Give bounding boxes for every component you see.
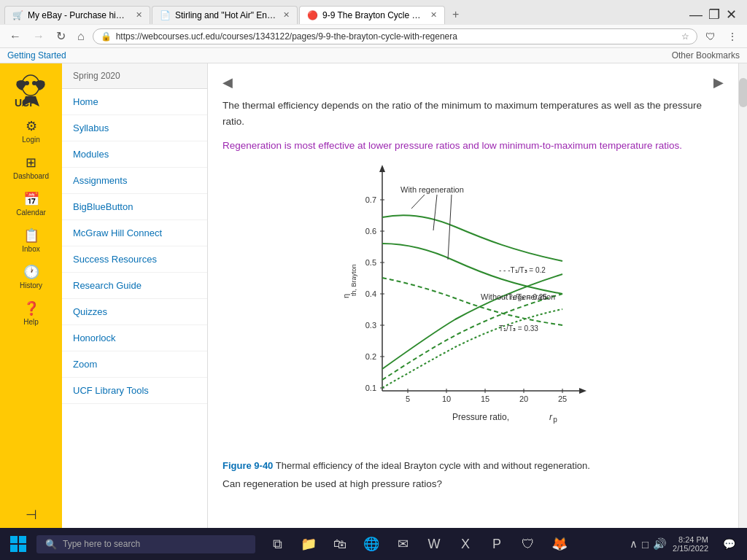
brayton-chart: 0.7 0.6 0.5 0.4 0.3 0.2 0.1 5 10 15 [338,165,608,449]
svg-text:0.3: 0.3 [365,321,376,330]
scrollbar[interactable] [738,63,747,536]
svg-point-1 [25,81,29,85]
sidebar-item-dashboard[interactable]: ⊞ Dashboard [0,151,62,184]
course-nav-mcgrawhill[interactable]: McGraw Hill Connect [62,220,207,246]
svg-marker-7 [379,165,385,172]
start-button[interactable] [4,529,33,559]
taskbar-ppt[interactable]: P [482,529,511,559]
course-nav-modules[interactable]: Modules [62,141,207,168]
sidebar-item-history[interactable]: 🕐 History [0,260,62,293]
svg-text:15: 15 [480,394,489,403]
svg-text:0.4: 0.4 [365,289,376,298]
course-nav-research[interactable]: Research Guide [62,273,207,299]
taskbar-right-area: ∧ □ 🔊 8:24 PM 2/15/2022 💬 [630,529,743,559]
sidebar-item-inbox[interactable]: 📋 Inbox [0,224,62,257]
taskbar-file-explorer[interactable]: 📁 [294,529,323,559]
tab-close-stirling[interactable]: ✕ [283,10,290,20]
course-nav-home[interactable]: Home [62,89,207,115]
tab-title-brayton: 9-9 The Brayton Cycle with Reg… [322,10,423,20]
svg-text:With regeneration: With regeneration [400,185,464,194]
main-layout: UCF ⚙ Login ⊞ Dashboard 📅 Calendar 📋 Inb… [0,63,747,536]
taskbar-clock[interactable]: 8:24 PM 2/15/2022 [673,535,708,553]
other-bookmarks[interactable]: Other Bookmarks [672,50,740,61]
taskbar: 🔍 Type here to search ⧉ 📁 🛍 🌐 ✉ W X P 🛡 … [0,528,747,560]
search-box[interactable]: 🔍 Type here to search [36,535,255,553]
sidebar-label-inbox: Inbox [22,245,39,253]
svg-text:0.2: 0.2 [365,352,376,361]
close-button[interactable]: ✕ [726,8,737,21]
chevron-up-icon[interactable]: ∧ [630,537,638,551]
course-nav-zoom[interactable]: Zoom [62,351,207,378]
help-icon: ❓ [23,300,39,316]
content-area: ◀ ▶ The thermal efficiency depends on th… [208,63,738,536]
tab-close-ebay[interactable]: ✕ [136,10,142,20]
taskbar-firefox[interactable]: 🦊 [545,529,574,559]
taskbar-word[interactable]: W [419,529,449,559]
taskbar-browser[interactable]: 🌐 [357,529,386,559]
paragraph-1: The thermal efficiency depends on the ra… [222,98,724,129]
sidebar-label-dashboard: Dashboard [13,172,49,180]
taskbar-store[interactable]: 🛍 [325,529,355,559]
tab-brayton[interactable]: 🔴 9-9 The Brayton Cycle with Reg… ✕ [299,6,445,24]
paragraph-highlight: Regeneration is most effective at lower … [222,138,724,154]
figure-caption-text: Thermal efficiency of the ideal Brayton … [273,460,590,471]
ucf-logo: UCF [9,71,53,111]
tab-close-brayton[interactable]: ✕ [430,10,437,20]
extensions-icon[interactable]: ⋮ [724,29,741,44]
new-tab-button[interactable]: + [446,4,465,25]
minimize-button[interactable]: — [689,8,703,21]
login-icon: ⚙ [26,118,37,134]
bookmarks-bar: Getting Started Other Bookmarks [0,48,747,63]
svg-text:Pressure ratio,: Pressure ratio, [452,412,508,422]
window-controls: — ❐ ✕ [689,8,743,21]
course-nav-library[interactable]: UCF Library Tools [62,378,207,404]
course-nav-quizzes[interactable]: Quizzes [62,299,207,325]
back-button[interactable]: ← [6,28,25,44]
sidebar-item-login[interactable]: ⚙ Login [0,114,62,147]
course-nav-success[interactable]: Success Resources [62,246,207,273]
content-prev-button[interactable]: ◀ [222,74,233,90]
history-icon: 🕐 [23,264,39,280]
course-nav-honorlock[interactable]: Honorlock [62,325,207,351]
svg-text:20: 20 [519,394,527,403]
svg-text:T₁/T₃ = 0.33: T₁/T₃ = 0.33 [499,324,538,332]
home-button[interactable]: ⌂ [74,28,88,44]
sidebar-item-help[interactable]: ❓ Help [0,297,62,330]
address-bar[interactable]: 🔒 https://webcourses.ucf.edu/courses/134… [93,28,697,44]
tab-stirling[interactable]: 📄 Stirling and "Hot Air" Engine Fo… ✕ [152,6,298,24]
tab-ebay[interactable]: 🛒 My eBay - Purchase history ✕ [4,6,150,24]
svg-text:0.5: 0.5 [365,258,376,267]
svg-rect-47 [10,545,18,552]
notification-center[interactable]: 💬 [714,529,743,559]
taskbar-security[interactable]: 🛡 [514,529,543,559]
getting-started-bookmark[interactable]: Getting Started [7,50,66,61]
inbox-icon: 📋 [23,228,39,244]
tab-favicon-brayton: 🔴 [307,10,318,20]
course-nav-syllabus[interactable]: Syllabus [62,115,207,141]
restore-button[interactable]: ❐ [708,8,720,21]
content-next-button[interactable]: ▶ [713,74,724,90]
sidebar-collapse-button[interactable]: ⊣ [20,501,43,529]
forward-button[interactable]: → [29,28,48,44]
taskbar-excel[interactable]: X [451,529,480,559]
svg-text:25: 25 [557,394,566,403]
taskbar-mail[interactable]: ✉ [388,529,417,559]
tab-bar: 🛒 My eBay - Purchase history ✕ 📄 Stirlin… [0,0,747,25]
sidebar-label-login: Login [22,136,39,144]
taskbar-center-items: ⧉ 📁 🛍 🌐 ✉ W X P 🛡 🦊 [263,529,574,559]
content-nav-arrows: ◀ ▶ [222,74,724,90]
taskbar-task-view[interactable]: ⧉ [263,529,292,559]
volume-icon[interactable]: 🔊 [653,537,667,551]
course-nav-bigbluebutton[interactable]: BigBlueButton [62,194,207,220]
touchpad-icon[interactable]: □ [642,538,649,551]
star-icon[interactable]: ☆ [681,31,689,42]
tab-title-ebay: My eBay - Purchase history [28,10,128,20]
course-nav-assignments[interactable]: Assignments [62,168,207,194]
course-nav-header: Spring 2020 [62,63,207,89]
sidebar-item-calendar[interactable]: 📅 Calendar [0,187,62,220]
chart-container: 0.7 0.6 0.5 0.4 0.3 0.2 0.1 5 10 15 [222,165,724,449]
svg-text:p: p [553,416,557,424]
content-question: Can regeneration be used at high pressur… [222,478,724,489]
refresh-button[interactable]: ↻ [53,28,69,44]
tab-title-stirling: Stirling and "Hot Air" Engine Fo… [175,10,276,20]
